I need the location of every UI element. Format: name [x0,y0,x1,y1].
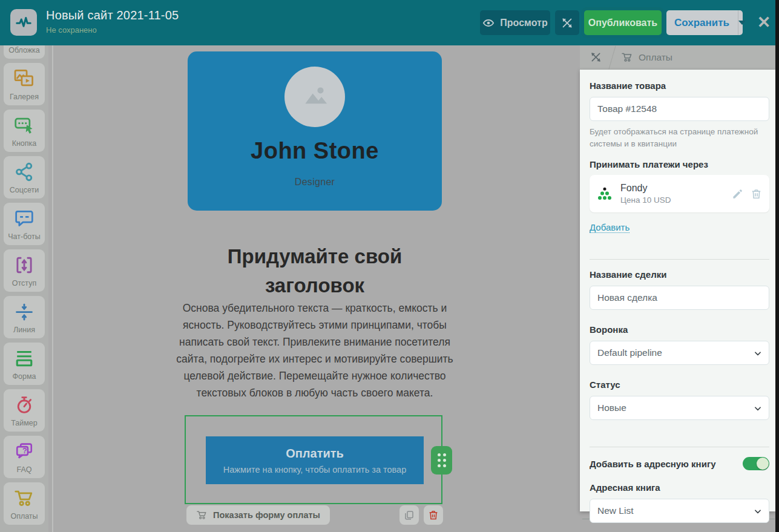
sidebar-item-button[interactable]: Кнопка [4,110,45,152]
sidebar-item-timer[interactable]: Таймер [4,389,45,432]
product-name-label: Название товара [590,80,769,91]
form-icon [14,348,35,369]
payment-settings-panel: Название товара Будет отображаться на ст… [580,70,775,511]
site-title: Новый сайт 2021-11-05 [46,8,179,22]
sidebar-item-form[interactable]: Форма [4,343,45,385]
provider-name: Fondy [620,183,732,194]
eye-icon [482,17,495,29]
close-icon: ✕ [757,13,771,32]
pay-button-subtitle: Нажмите на кнопку, чтобы оплатить за тов… [223,465,407,475]
pipeline-select[interactable]: Default pipeline [590,341,769,365]
timer-icon [14,395,35,415]
chevron-down-icon [754,349,762,358]
trash-icon [428,510,439,521]
sidebar-item-label: Соцсети [10,186,39,194]
widgets-sidebar: Обложка Галерея Кнопка Соцсети Чат-боты [0,45,48,532]
save-status: Не сохранено [46,25,179,34]
drag-handle[interactable] [431,446,452,475]
sidebar-item-chatbots[interactable]: Чат-боты [4,203,45,245]
product-name-input[interactable] [590,97,769,121]
sidebar-divider [52,45,53,532]
publish-button[interactable]: Опубликовать [584,10,662,35]
save-dropdown-button[interactable] [738,10,746,35]
addressbook-toggle[interactable] [743,457,769,470]
chat-icon [13,208,35,229]
pipeline-value: Default pipeline [597,347,662,358]
editor-canvas: John Stone Designer Придумайте свой заго… [54,45,580,532]
svg-text:?: ? [22,447,27,455]
sidebar-item-gallery[interactable]: Галерея [4,63,45,105]
design-tools-icon [560,16,574,30]
sidebar-item-label: Таймер [11,419,38,427]
sidebar-item-cover[interactable]: Обложка [4,45,45,59]
deal-name-label: Название сделки [590,269,769,280]
canvas-paragraph[interactable]: Основа убедительного текста — краткость,… [176,300,454,401]
app-logo[interactable] [10,9,37,36]
preview-button[interactable]: Просмотр [480,10,550,35]
show-payment-form-button[interactable]: Показать форму оплаты [186,505,330,525]
cart-icon [13,488,35,508]
topbar: Новый сайт 2021-11-05 Не сохранено Просм… [0,0,779,45]
sidebar-item-faq[interactable]: ? FAQ [4,436,45,478]
sidebar-item-label: Обложка [8,46,40,54]
design-tools-icon[interactable] [590,51,602,64]
breadcrumb-label: Оплаты [639,52,672,63]
sidebar-item-label: Отступ [12,279,36,287]
cart-icon [621,51,633,63]
faq-icon: ? [14,441,35,462]
deal-name-input[interactable] [590,286,769,310]
design-tools-button[interactable] [555,10,579,35]
preview-label: Просмотр [500,18,547,28]
screen-right-edge [775,0,779,532]
sidebar-item-label: Кнопка [12,139,37,148]
gallery-icon [13,68,35,89]
product-name-hint: Будет отображаться на странице платежной… [590,126,765,149]
save-label: Сохранить [663,17,738,29]
addressbook-toggle-label: Добавить в адресную книгу [590,459,715,469]
chevron-down-icon [754,404,762,413]
edit-icon[interactable] [732,188,743,200]
sidebar-item-payments[interactable]: Оплаты [4,482,45,525]
profile-card-block[interactable]: John Stone Designer [188,51,442,211]
payment-provider-card[interactable]: Fondy Цена 10 USD [590,175,769,212]
accept-payments-label: Принимать платежи через [590,159,769,169]
show-payment-form-label: Показать форму оплаты [213,510,320,520]
payment-block-selected[interactable]: Оплатить Нажмите на кнопку, чтобы оплати… [185,415,442,504]
sidebar-item-label: Форма [13,372,36,381]
status-select[interactable]: Новые [590,396,769,420]
pulse-icon [15,13,33,31]
sidebar-item-label: FAQ [16,465,31,474]
status-value: Новые [597,402,626,413]
line-icon [14,301,35,322]
pay-button[interactable]: Оплатить Нажмите на кнопку, чтобы оплати… [206,436,424,484]
chevron-down-icon [738,21,746,25]
sidebar-item-social[interactable]: Соцсети [4,156,45,199]
image-placeholder-icon [297,79,332,114]
close-button[interactable]: ✕ [754,12,774,33]
divider [590,447,769,447]
copy-icon [404,510,415,521]
delete-block-button[interactable] [424,505,443,525]
profile-name: John Stone [188,138,442,164]
divider [590,259,769,260]
drag-dots-icon [438,453,446,467]
status-label: Статус [590,379,769,390]
provider-info: Fondy Цена 10 USD [620,183,732,205]
duplicate-block-button[interactable] [399,505,419,525]
sidebar-item-label: Оплаты [10,512,38,521]
site-title-block: Новый сайт 2021-11-05 Не сохранено [46,8,179,34]
addressbook-select[interactable]: New List [590,499,769,523]
canvas-heading[interactable]: Придумайте свой заголовок [188,242,442,300]
provider-price: Цена 10 USD [620,195,732,205]
add-provider-link[interactable]: Добавить [590,222,629,233]
sidebar-item-line[interactable]: Линия [4,296,45,338]
save-button[interactable]: Сохранить [666,10,743,35]
profile-role: Designer [188,177,442,188]
toggle-knob [757,458,769,470]
sidebar-item-spacing[interactable]: Отступ [4,249,45,292]
breadcrumb-separator [609,45,616,69]
button-widget-icon [13,115,35,136]
spacing-icon [14,255,35,275]
fondy-logo-icon [597,186,613,202]
trash-icon[interactable] [751,188,762,200]
